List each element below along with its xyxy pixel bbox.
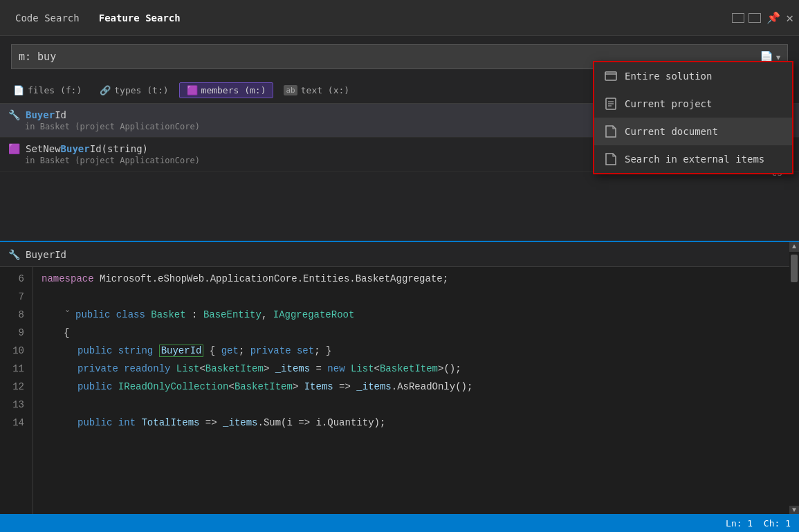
svg-rect-0	[605, 72, 616, 80]
doc2-icon	[604, 152, 618, 166]
code-line-8: ˅ public class Basket : BaseEntity, IAgg…	[42, 306, 791, 324]
title-controls: 📌 ✕	[732, 10, 793, 25]
files-icon: 📄	[13, 85, 24, 95]
scope-external-items[interactable]: Search in external items	[594, 145, 792, 173]
filter-tab-files-label: files (f:)	[28, 85, 82, 95]
scope-entire-solution-label: Entire solution	[625, 71, 712, 82]
filter-tab-members[interactable]: 🟪 members (m:)	[179, 82, 274, 98]
status-bar: Ln: 1 Ch: 1	[0, 514, 799, 532]
scope-entire-solution[interactable]: Entire solution	[594, 62, 792, 90]
code-header: 🔧 BuyerId	[0, 242, 799, 267]
filter-tab-text[interactable]: ab text (x:)	[276, 82, 357, 98]
window-icon	[604, 69, 618, 83]
code-body: 6 7 8 9 10 11 12 13 14 namespace Microso…	[0, 267, 799, 515]
result-label-set-buyer-id: SetNewBuyerId(string)	[26, 143, 148, 154]
code-scrollbar[interactable]: ▲ ▼	[789, 242, 799, 515]
minimize-button[interactable]	[732, 13, 744, 23]
code-line-6: namespace Microsoft.eShopWeb.Application…	[42, 270, 791, 288]
scope-external-items-label: Search in external items	[625, 154, 764, 165]
filter-tab-text-label: text (x:)	[301, 85, 349, 95]
pin-button[interactable]: 📌	[766, 11, 780, 24]
code-line-7	[42, 288, 791, 306]
cube-icon: 🟪	[8, 143, 20, 154]
members-icon: 🟪	[187, 85, 198, 95]
wrench-icon: 🔧	[8, 109, 20, 120]
scope-current-project[interactable]: Current project	[594, 90, 792, 118]
line-numbers: 6 7 8 9 10 11 12 13 14	[0, 267, 33, 515]
code-header-icon: 🔧	[8, 249, 20, 260]
scope-current-document[interactable]: Current document	[594, 118, 792, 145]
page-icon-2	[604, 97, 618, 111]
code-line-13	[42, 396, 791, 414]
cursor-position: Ln: 1 Ch: 1	[726, 518, 791, 529]
text-icon: ab	[284, 85, 297, 95]
filter-tab-members-label: members (m:)	[201, 85, 266, 95]
scroll-up-button[interactable]: ▲	[789, 242, 799, 252]
code-line-14: public int TotalItems => _items.Sum(i =>…	[42, 414, 791, 432]
tab-feature-search[interactable]: Feature Search	[89, 7, 190, 29]
code-header-title: BuyerId	[26, 249, 66, 260]
code-line-9: {	[42, 324, 791, 342]
types-icon: 🔗	[100, 85, 111, 95]
code-line-10: public string BuyerId { get; private set…	[42, 342, 791, 360]
filter-tab-types-label: types (t:)	[114, 85, 168, 95]
scope-dropdown: Entire solution Current project Current …	[593, 61, 793, 174]
title-bar: Code Search Feature Search 📌 ✕	[0, 0, 799, 36]
scroll-thumb[interactable]	[791, 255, 798, 282]
code-lines: namespace Microsoft.eShopWeb.Application…	[33, 267, 799, 515]
tab-code-search[interactable]: Code Search	[6, 7, 89, 29]
doc-icon	[604, 125, 618, 138]
filter-tab-files[interactable]: 📄 files (f:)	[6, 82, 89, 98]
code-line-11: private readonly List<BasketItem> _items…	[42, 360, 791, 378]
code-section: 🔧 BuyerId 6 7 8 9 10 11 12 13 14 namespa…	[0, 242, 799, 515]
scope-current-project-label: Current project	[625, 98, 712, 109]
code-line-12: public IReadOnlyCollection<BasketItem> I…	[42, 378, 791, 396]
close-button[interactable]: ✕	[786, 10, 793, 25]
scope-current-document-label: Current document	[625, 126, 718, 137]
result-label-buyer-id: BuyerId	[26, 109, 66, 120]
filter-tab-types[interactable]: 🔗 types (t:)	[92, 82, 176, 98]
maximize-button[interactable]	[749, 13, 761, 23]
